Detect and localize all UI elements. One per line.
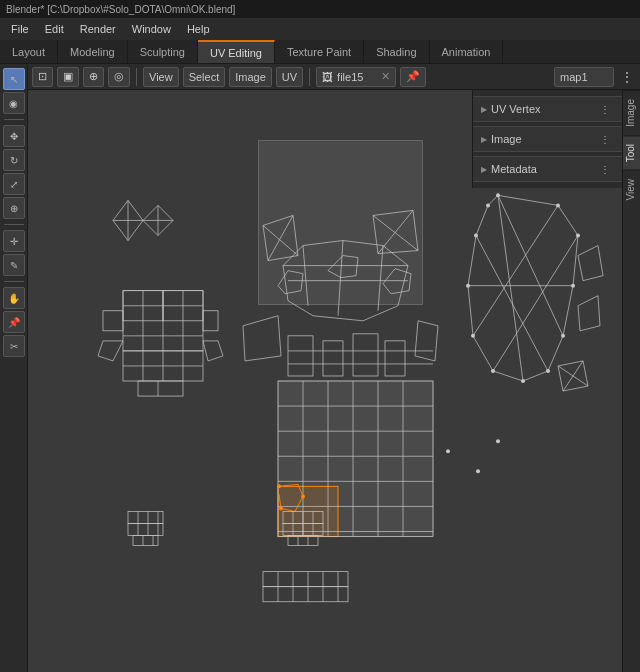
tab-uv-editing[interactable]: UV Editing [198, 40, 275, 63]
svg-point-112 [446, 449, 450, 453]
tool-annotate[interactable]: ✎ [3, 254, 25, 276]
svg-point-62 [301, 494, 305, 498]
menu-window[interactable]: Window [125, 21, 178, 37]
toolbar-separator-3 [4, 281, 24, 282]
svg-marker-87 [578, 296, 600, 331]
pivot-btn[interactable]: ⊕ [83, 67, 104, 87]
n-panel-toggle[interactable]: ⋮ [618, 68, 636, 86]
svg-marker-59 [383, 269, 411, 294]
main-area: ↖ ◉ ✥ ↻ ⤢ ⊕ ✛ ✎ ✋ 📌 ✂ ⊡ ▣ ⊕ ◎ [0, 64, 640, 672]
tool-select-box[interactable]: ↖ [3, 68, 25, 90]
svg-marker-22 [98, 341, 123, 361]
toolbar-separator-1 [4, 119, 24, 120]
svg-rect-104 [263, 572, 348, 587]
vtab-tool[interactable]: Tool [623, 135, 640, 170]
view-menu-btn[interactable]: View [143, 67, 179, 87]
svg-point-80 [466, 284, 470, 288]
n-panel: ▶ UV Vertex ⋮ ▶ Image ⋮ ▶ Metadata [472, 90, 622, 188]
tool-scale[interactable]: ⤢ [3, 173, 25, 195]
svg-line-67 [493, 236, 578, 371]
title-bar: Blender* [C:\Dropbox\#Solo_DOTA\Omni\OK.… [0, 0, 640, 18]
menu-bar: File Edit Render Window Help [0, 18, 640, 40]
proportional-icon: ◎ [114, 70, 124, 83]
title-text: Blender* [C:\Dropbox\#Solo_DOTA\Omni\OK.… [6, 4, 235, 15]
menu-edit[interactable]: Edit [38, 21, 71, 37]
svg-line-49 [378, 210, 413, 253]
svg-line-68 [476, 236, 548, 371]
image-selector[interactable]: 🖼 file15 ✕ [316, 67, 396, 87]
svg-point-113 [496, 439, 500, 443]
select-menu-btn[interactable]: Select [183, 67, 226, 87]
svg-point-76 [546, 369, 550, 373]
uv-vertex-header[interactable]: ▶ UV Vertex ⋮ [473, 96, 622, 122]
svg-rect-52 [288, 336, 313, 376]
svg-rect-105 [263, 587, 348, 602]
svg-point-71 [496, 193, 500, 197]
uv-menu-btn[interactable]: UV [276, 67, 303, 87]
svg-rect-54 [353, 334, 378, 376]
map-selector[interactable]: map1 [554, 67, 614, 87]
uv-canvas[interactable]: .uv-line { stroke: #c8c8c8; stroke-width… [28, 90, 640, 672]
tab-texture-paint[interactable]: Texture Paint [275, 40, 364, 63]
select-mode-icon: ▣ [63, 70, 73, 83]
svg-rect-14 [203, 311, 218, 331]
svg-marker-50 [243, 316, 281, 361]
svg-point-74 [571, 284, 575, 288]
svg-point-79 [471, 334, 475, 338]
metadata-header[interactable]: ▶ Metadata ⋮ [473, 156, 622, 182]
proportional-btn[interactable]: ◎ [108, 67, 130, 87]
uv-vertex-triangle: ▶ [481, 105, 487, 114]
svg-line-45 [263, 225, 298, 255]
tool-select-circle[interactable]: ◉ [3, 92, 25, 114]
menu-file[interactable]: File [4, 21, 36, 37]
svg-rect-20 [138, 381, 183, 396]
uv-vertex-section: ▶ UV Vertex ⋮ [473, 94, 622, 124]
view-mode-btn[interactable]: ⊡ [32, 67, 53, 87]
vtab-view[interactable]: View [623, 170, 640, 209]
close-icon[interactable]: ✕ [381, 70, 390, 83]
image-section: ▶ Image ⋮ [473, 124, 622, 154]
image-options: ⋮ [596, 130, 614, 148]
svg-marker-23 [203, 341, 223, 361]
pin-image-btn[interactable]: 📌 [400, 67, 426, 87]
tool-pin[interactable]: 📌 [3, 311, 25, 333]
tool-rotate[interactable]: ↻ [3, 149, 25, 171]
menu-help[interactable]: Help [180, 21, 217, 37]
svg-point-61 [277, 484, 281, 488]
svg-marker-51 [415, 321, 438, 361]
svg-rect-93 [133, 536, 158, 546]
svg-rect-55 [385, 341, 405, 376]
tab-animation[interactable]: Animation [430, 40, 504, 63]
svg-marker-58 [278, 271, 303, 294]
tool-cursor[interactable]: ✛ [3, 230, 25, 252]
image-triangle: ▶ [481, 135, 487, 144]
select-mode-btn[interactable]: ▣ [57, 67, 79, 87]
svg-point-111 [476, 469, 480, 473]
tab-layout[interactable]: Layout [0, 40, 58, 63]
svg-point-72 [556, 203, 560, 207]
tool-rip[interactable]: ✂ [3, 335, 25, 357]
svg-line-85 [563, 361, 583, 391]
menu-render[interactable]: Render [73, 21, 123, 37]
uv-header: ⊡ ▣ ⊕ ◎ View Select Image UV [28, 64, 640, 90]
svg-point-75 [561, 334, 565, 338]
svg-line-39 [303, 246, 308, 306]
tab-modeling[interactable]: Modeling [58, 40, 128, 63]
left-toolbar: ↖ ◉ ✥ ↻ ⤢ ⊕ ✛ ✎ ✋ 📌 ✂ [0, 64, 28, 672]
image-icon: 🖼 [322, 71, 333, 83]
svg-point-63 [279, 506, 283, 510]
vtab-image[interactable]: Image [623, 90, 640, 135]
svg-point-73 [576, 233, 580, 237]
svg-marker-60 [328, 256, 358, 278]
header-sep-1 [136, 68, 137, 86]
tool-transform[interactable]: ⊕ [3, 197, 25, 219]
tool-grab[interactable]: ✋ [3, 287, 25, 309]
svg-point-78 [491, 369, 495, 373]
tab-shading[interactable]: Shading [364, 40, 429, 63]
toolbar-separator-2 [4, 224, 24, 225]
image-header[interactable]: ▶ Image ⋮ [473, 126, 622, 152]
tab-sculpting[interactable]: Sculpting [128, 40, 198, 63]
tool-move[interactable]: ✥ [3, 125, 25, 147]
image-menu-btn[interactable]: Image [229, 67, 272, 87]
svg-point-82 [486, 203, 490, 207]
